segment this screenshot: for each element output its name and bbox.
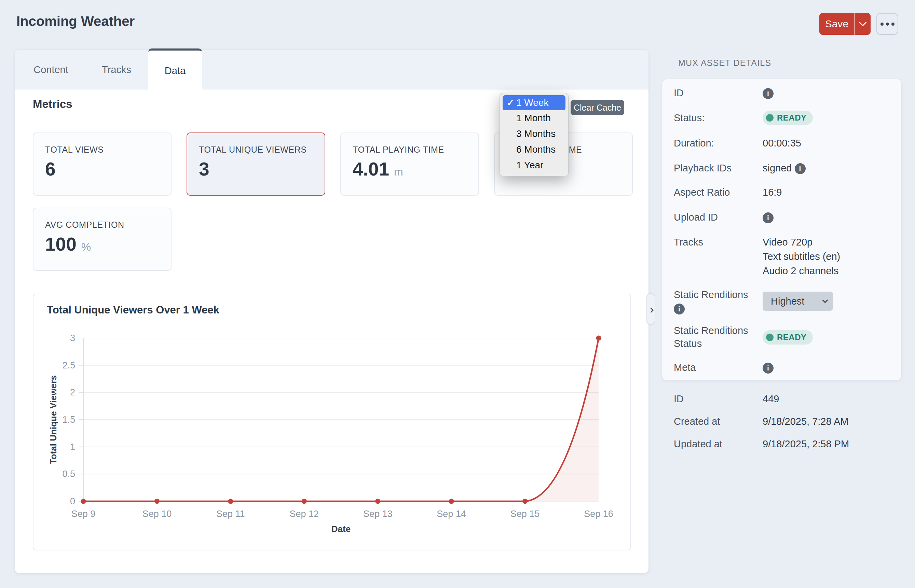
svg-text:1.5: 1.5 [62, 415, 75, 425]
chart-card: 00.511.522.53Sep 9Sep 10Sep 11Sep 12Sep … [33, 294, 631, 551]
info-icon[interactable]: i [763, 212, 774, 223]
metric-card-total-playing-time[interactable]: TOTAL PLAYING TIME 4.01m [340, 132, 479, 195]
entry-id-label: ID [674, 391, 684, 406]
detail-label: Aspect Ratio [674, 185, 730, 199]
ellipsis-icon [881, 23, 884, 26]
svg-text:1: 1 [70, 442, 75, 452]
ellipsis-icon [886, 23, 889, 26]
metric-label: TOTAL PLAYING TIME [353, 145, 467, 155]
metrics-heading: Metrics [33, 98, 73, 111]
metric-value: 100 [45, 233, 76, 255]
status-dot-icon [766, 334, 774, 341]
svg-text:Total Unique Viewers: Total Unique Viewers [48, 375, 58, 464]
period-option-label: 6 Months [516, 144, 555, 155]
info-icon[interactable]: i [795, 163, 806, 174]
chevron-right-icon [648, 307, 654, 313]
svg-text:Sep 15: Sep 15 [510, 509, 540, 519]
entry-updated-value: 9/18/2025, 2:58 PM [763, 436, 849, 451]
svg-text:0: 0 [70, 496, 75, 506]
metric-value: 4.01 [353, 158, 389, 180]
metric-unit: m [394, 166, 403, 178]
period-dropdown-menu: ✓ 1 Week 1 Month 3 Months 6 Months 1 Yea… [500, 93, 568, 176]
track-item: Text subtitles (en) [763, 249, 840, 263]
svg-text:Sep 14: Sep 14 [437, 509, 466, 519]
chart-title: Total Unique Viewers Over 1 Week [47, 304, 219, 316]
entry-updated-label: Updated at [674, 436, 722, 451]
metric-label: TOTAL UNIQUE VIEWERS [199, 145, 313, 155]
svg-text:2: 2 [70, 387, 75, 397]
metric-label: TOTAL VIEWS [45, 145, 159, 155]
svg-text:2.5: 2.5 [62, 360, 75, 370]
detail-label: Meta [674, 360, 696, 375]
track-item: Audio 2 channels [763, 263, 840, 278]
sidebar-heading: MUX ASSET DETAILS [678, 58, 771, 68]
entry-id-value: 449 [763, 391, 779, 406]
detail-label: Upload ID [674, 210, 718, 225]
detail-label: Playback IDs [674, 161, 732, 175]
period-option-1-week[interactable]: ✓ 1 Week [503, 95, 565, 110]
static-renditions-status-badge: READY [763, 330, 813, 344]
status-text: READY [777, 111, 806, 125]
chevron-down-icon [822, 297, 828, 303]
detail-value: signed [763, 163, 792, 173]
save-dropdown-caret[interactable] [855, 13, 871, 35]
svg-text:Sep 13: Sep 13 [363, 509, 393, 519]
tab-tracks[interactable]: Tracks [96, 50, 137, 89]
save-button[interactable]: Save [819, 13, 871, 35]
more-options-button[interactable] [876, 13, 898, 35]
status-badge: READY [763, 111, 813, 125]
detail-label: Status: [674, 111, 704, 125]
metric-card-avg-completion[interactable]: AVG COMPLETION 100% [33, 208, 172, 271]
entry-created-value: 9/18/2025, 7:28 AM [763, 414, 849, 429]
check-icon: ✓ [507, 98, 514, 108]
svg-text:Sep 10: Sep 10 [143, 509, 172, 519]
sidebar-collapse-handle[interactable] [646, 293, 655, 325]
info-icon[interactable]: i [763, 363, 774, 373]
entry-created-label: Created at [674, 414, 720, 429]
svg-text:Sep 12: Sep 12 [289, 509, 319, 519]
metric-card-total-views[interactable]: TOTAL VIEWS 6 [33, 132, 172, 195]
period-option-label: 1 Month [516, 113, 551, 124]
detail-value: 00:00:35 [763, 136, 801, 150]
info-icon[interactable]: i [763, 88, 774, 99]
detail-label: Static Renditions [674, 288, 748, 302]
period-option-3-months[interactable]: 3 Months [500, 126, 568, 142]
tab-content[interactable]: Content [31, 50, 71, 89]
clear-cache-button[interactable]: Clear Cache [571, 100, 624, 115]
detail-value: 16:9 [763, 185, 782, 199]
svg-text:Sep 9: Sep 9 [71, 509, 96, 519]
info-icon[interactable]: i [674, 304, 685, 315]
metric-unit: % [81, 241, 91, 254]
period-option-1-year[interactable]: 1 Year [500, 157, 568, 173]
static-renditions-selected-value: Highest [771, 296, 804, 307]
metric-value: 6 [45, 158, 56, 180]
detail-label: Status [674, 337, 748, 350]
svg-text:Date: Date [331, 524, 351, 534]
page: Incoming Weather Save Content Tracks Dat… [0, 0, 915, 588]
detail-label: Tracks [674, 235, 703, 249]
track-item: Video 720p [763, 235, 840, 249]
detail-label: Duration: [674, 136, 714, 150]
svg-text:Sep 16: Sep 16 [584, 509, 613, 519]
chevron-down-icon [859, 18, 867, 26]
metric-value: 3 [199, 158, 209, 180]
status-dot-icon [766, 114, 774, 121]
svg-text:Sep 11: Sep 11 [216, 509, 245, 519]
period-option-label: 3 Months [516, 128, 555, 139]
period-option-label: 1 Week [516, 97, 548, 108]
period-option-1-month[interactable]: 1 Month [500, 110, 568, 126]
metric-label: AVG COMPLETION [45, 220, 159, 230]
period-option-label: 1 Year [516, 160, 543, 171]
detail-label: ID [674, 86, 684, 100]
static-renditions-select[interactable]: Highest [763, 292, 833, 311]
mux-asset-details-card: ID i Status: READY Duration: 00:00:35 Pl… [662, 79, 901, 380]
save-button-label[interactable]: Save [819, 13, 855, 35]
tab-data[interactable]: Data [148, 48, 202, 91]
status-text: READY [777, 330, 806, 344]
line-chart: 00.511.522.53Sep 9Sep 10Sep 11Sep 12Sep … [34, 294, 630, 550]
ellipsis-icon [891, 23, 894, 26]
metric-card-total-unique-viewers[interactable]: TOTAL UNIQUE VIEWERS 3 [186, 132, 325, 195]
page-title: Incoming Weather [16, 14, 134, 29]
period-option-6-months[interactable]: 6 Months [500, 142, 568, 157]
detail-label: Static Renditions [674, 324, 748, 337]
